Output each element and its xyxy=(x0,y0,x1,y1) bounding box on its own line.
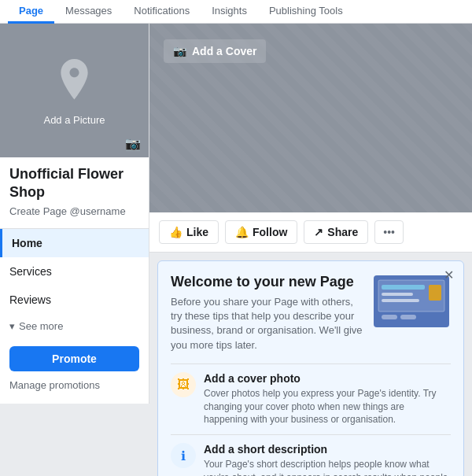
share-icon: ↗ xyxy=(314,226,323,238)
svg-rect-3 xyxy=(382,285,425,290)
camera-icon: 📷 xyxy=(125,136,141,151)
welcome-inner: Welcome to your new Page Before you shar… xyxy=(171,274,451,352)
tip-description-title: Add a short description xyxy=(204,443,451,456)
manage-promotions-link[interactable]: Manage promotions xyxy=(0,375,149,396)
add-cover-button[interactable]: 📷 Add a Cover xyxy=(164,39,266,63)
tab-publishing-tools[interactable]: Publishing Tools xyxy=(258,0,354,24)
svg-rect-8 xyxy=(400,315,416,319)
tab-page[interactable]: Page xyxy=(8,0,54,24)
tip-description-desc: Your Page's short description helps peop… xyxy=(204,458,451,476)
camera-small-icon: 📷 xyxy=(173,45,186,57)
action-bar: 👍 Like 🔔 Follow ↗ Share ••• xyxy=(149,212,472,253)
bell-icon: 🔔 xyxy=(235,226,249,238)
page-name-area: Unofficial Flower Shop Create Page @user… xyxy=(0,157,149,220)
add-picture-label: Add a Picture xyxy=(43,114,105,126)
page-name: Unofficial Flower Shop xyxy=(9,165,139,202)
tip-description-icon: ℹ xyxy=(171,443,196,468)
sidebar-navigation: Home Services Reviews xyxy=(0,228,149,314)
tip-cover-photo: 🖼 Add a cover photo Cover photos help yo… xyxy=(171,363,451,434)
welcome-title: Welcome to your new Page xyxy=(171,274,363,290)
thumbs-up-icon: 👍 xyxy=(169,226,183,238)
tip-cover-title: Add a cover photo xyxy=(204,372,451,385)
more-options-button[interactable]: ••• xyxy=(374,220,404,244)
tab-messages[interactable]: Messages xyxy=(54,0,123,24)
welcome-text: Welcome to your new Page Before you shar… xyxy=(171,274,363,352)
page-username[interactable]: Create Page @username xyxy=(9,205,139,217)
location-icon xyxy=(51,55,98,110)
main-content: 📷 Add a Cover 👍 Like 🔔 Follow ↗ Share ••… xyxy=(149,24,472,476)
svg-rect-7 xyxy=(382,315,397,319)
welcome-description: Before you share your Page with others, … xyxy=(171,295,363,352)
promote-button[interactable]: Promote xyxy=(9,346,139,371)
sidebar-item-services[interactable]: Services xyxy=(0,257,149,286)
tip-cover-icon: 🖼 xyxy=(171,372,196,397)
sidebar-item-home[interactable]: Home xyxy=(0,229,149,257)
svg-rect-6 xyxy=(429,285,441,301)
sidebar-item-reviews[interactable]: Reviews xyxy=(0,286,149,314)
welcome-panel: ✕ Welcome to your new Page Before you sh… xyxy=(157,260,464,476)
like-button[interactable]: 👍 Like xyxy=(159,220,219,244)
cover-photo-area: 📷 Add a Cover xyxy=(149,24,472,212)
tips-list: 🖼 Add a cover photo Cover photos help yo… xyxy=(171,363,451,476)
follow-button[interactable]: 🔔 Follow xyxy=(225,220,297,244)
tip-cover-desc: Cover photos help you express your Page'… xyxy=(204,387,451,426)
profile-picture-area[interactable]: Add a Picture 📷 xyxy=(0,24,149,157)
tab-notifications[interactable]: Notifications xyxy=(123,0,201,24)
see-more-nav[interactable]: ▾ See more xyxy=(0,314,149,338)
sidebar: Add a Picture 📷 Unofficial Flower Shop C… xyxy=(0,24,149,476)
tip-short-description: ℹ Add a short description Your Page's sh… xyxy=(171,434,451,476)
svg-rect-4 xyxy=(382,293,413,296)
svg-rect-5 xyxy=(382,299,419,302)
share-button[interactable]: ↗ Share xyxy=(304,220,368,244)
welcome-illustration xyxy=(372,274,451,331)
close-button[interactable]: ✕ xyxy=(444,269,454,282)
tab-insights[interactable]: Insights xyxy=(201,0,258,24)
chevron-down-icon: ▾ xyxy=(9,320,15,332)
top-navigation: Page Messages Notifications Insights Pub… xyxy=(0,0,472,24)
